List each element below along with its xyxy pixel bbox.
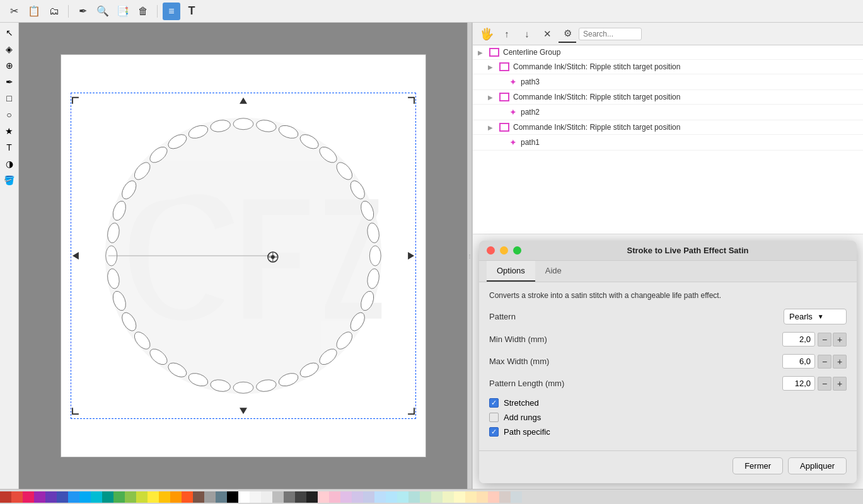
left-tool-select[interactable]: ↖: [2, 25, 17, 40]
color-swatch[interactable]: [227, 491, 238, 503]
canvas[interactable]: [61, 54, 426, 457]
left-tool-circle[interactable]: ○: [2, 107, 17, 122]
color-swatch[interactable]: [408, 491, 420, 503]
tab-aide[interactable]: Aide: [535, 261, 572, 282]
left-tool-fill[interactable]: 🪣: [2, 173, 17, 188]
color-swatch[interactable]: [159, 491, 170, 503]
color-swatch[interactable]: [454, 491, 465, 503]
left-tool-text[interactable]: T: [2, 140, 17, 155]
objects-search-input[interactable]: [579, 28, 642, 40]
panel-collapse-handle[interactable]: ⋮: [467, 23, 472, 489]
rt-up-icon[interactable]: ↑: [498, 25, 516, 43]
color-swatch[interactable]: [420, 491, 431, 503]
color-swatch[interactable]: [295, 491, 306, 503]
object-item-ripple2[interactable]: ▶ Commande Ink/Stitch: Ripple stitch tar…: [473, 90, 863, 105]
max-width-minus[interactable]: −: [818, 355, 831, 369]
left-tool-pen[interactable]: ✒: [2, 74, 17, 89]
add-rungs-checkbox[interactable]: [489, 413, 499, 422]
color-swatch[interactable]: [34, 491, 45, 503]
toolbar-search[interactable]: 🔍: [94, 3, 112, 20]
color-swatch[interactable]: [102, 491, 113, 503]
color-swatch[interactable]: [204, 491, 216, 503]
pattern-length-minus[interactable]: −: [818, 377, 831, 391]
color-swatch[interactable]: [182, 491, 193, 503]
toolbar-text[interactable]: T: [183, 3, 200, 20]
color-swatch[interactable]: [261, 491, 272, 503]
left-tool-rect[interactable]: □: [2, 91, 17, 106]
color-swatch[interactable]: [443, 491, 454, 503]
color-swatch[interactable]: [68, 491, 79, 503]
color-swatch[interactable]: [148, 491, 159, 503]
max-width-plus[interactable]: +: [833, 355, 847, 369]
color-swatch[interactable]: [284, 491, 295, 503]
path-specific-checkbox[interactable]: ✓: [489, 427, 499, 437]
color-swatch[interactable]: [318, 491, 329, 503]
rt-down-icon[interactable]: ↓: [518, 25, 536, 43]
apply-button[interactable]: Appliquer: [788, 457, 847, 474]
close-button[interactable]: Fermer: [733, 457, 783, 474]
color-swatch[interactable]: [329, 491, 340, 503]
toolbar-active-tool[interactable]: ≡: [163, 3, 180, 20]
object-item-ripple1[interactable]: ▶ Commande Ink/Stitch: Ripple stitch tar…: [473, 60, 863, 74]
color-swatch[interactable]: [170, 491, 182, 503]
tab-options[interactable]: Options: [487, 261, 535, 282]
color-swatch[interactable]: [113, 491, 125, 503]
color-swatch[interactable]: [352, 491, 363, 503]
color-swatch[interactable]: [431, 491, 443, 503]
object-item-ripple3[interactable]: ▶ Commande Ink/Stitch: Ripple stitch tar…: [473, 120, 863, 135]
color-swatch[interactable]: [386, 491, 397, 503]
color-swatch[interactable]: [363, 491, 374, 503]
object-item-path1[interactable]: ▶ ✦ path1: [473, 135, 863, 151]
color-swatch[interactable]: [238, 491, 250, 503]
color-swatch[interactable]: [488, 491, 499, 503]
left-tool-node[interactable]: ◈: [2, 42, 17, 57]
color-swatch[interactable]: [397, 491, 408, 503]
object-item-path2[interactable]: ▶ ✦ path2: [473, 105, 863, 120]
color-swatch[interactable]: [511, 491, 522, 503]
color-swatch[interactable]: [125, 491, 136, 503]
toolbar-copy[interactable]: 📋: [25, 3, 43, 20]
color-swatch[interactable]: [272, 491, 284, 503]
color-swatch[interactable]: [193, 491, 204, 503]
left-tool-gradient[interactable]: ◑: [2, 156, 17, 171]
stretched-checkbox[interactable]: ✓: [489, 398, 499, 408]
object-item-centerline[interactable]: ▶ Centerline Group: [473, 45, 863, 60]
toolbar-layers[interactable]: 🗂: [45, 3, 63, 20]
color-swatch[interactable]: [374, 491, 386, 503]
pattern-select[interactable]: Pearls ▼: [784, 309, 847, 324]
color-swatch[interactable]: [306, 491, 318, 503]
window-minimize-button[interactable]: [500, 246, 508, 255]
window-close-button[interactable]: [487, 246, 495, 255]
window-maximize-button[interactable]: [513, 246, 521, 255]
toolbar-delete[interactable]: 🗑: [134, 3, 152, 20]
min-width-plus[interactable]: +: [833, 333, 847, 346]
color-swatch[interactable]: [11, 491, 23, 503]
color-swatch[interactable]: [499, 491, 511, 503]
color-swatch[interactable]: [136, 491, 148, 503]
rt-close-icon[interactable]: ✕: [538, 25, 556, 43]
pattern-length-input[interactable]: [782, 376, 815, 391]
color-swatch[interactable]: [250, 491, 261, 503]
color-swatch[interactable]: [45, 491, 57, 503]
color-swatch[interactable]: [79, 491, 91, 503]
color-swatch[interactable]: [23, 491, 34, 503]
color-swatch[interactable]: [0, 491, 11, 503]
left-tool-star[interactable]: ★: [2, 123, 17, 139]
toolbar-pen[interactable]: ✒: [74, 3, 91, 20]
rt-gear-icon[interactable]: ⚙: [559, 25, 576, 43]
toolbar-export[interactable]: 📑: [114, 3, 132, 20]
min-width-input[interactable]: [782, 332, 815, 346]
color-swatch[interactable]: [57, 491, 68, 503]
max-width-input[interactable]: [782, 354, 815, 369]
color-swatch[interactable]: [340, 491, 352, 503]
color-swatch[interactable]: [465, 491, 477, 503]
color-swatch[interactable]: [477, 491, 488, 503]
pattern-length-plus[interactable]: +: [833, 377, 847, 391]
rt-move-icon[interactable]: 🖐: [478, 25, 495, 43]
left-tool-zoom[interactable]: ⊕: [2, 58, 17, 73]
object-item-path3[interactable]: ▶ ✦ path3: [473, 74, 863, 90]
min-width-minus[interactable]: −: [818, 333, 831, 346]
toolbar-scissors[interactable]: ✂: [5, 3, 23, 20]
color-swatch[interactable]: [216, 491, 227, 503]
color-swatch[interactable]: [91, 491, 102, 503]
